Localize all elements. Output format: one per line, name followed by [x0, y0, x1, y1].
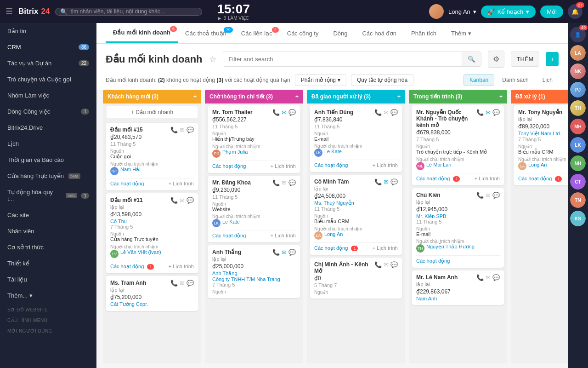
- card-company[interactable]: Mr. Kiên SPB: [416, 213, 500, 219]
- rs-avatar-0[interactable]: LA: [570, 45, 586, 61]
- card-tom-thailer[interactable]: Mr. Tom Thailer 📞 ✉ 💬 ₫556,562,227 11 Th…: [208, 105, 300, 173]
- sidebar-item-workstream[interactable]: Dòng Công việc 1: [0, 104, 96, 120]
- comment-icon[interactable]: 💬: [187, 126, 194, 133]
- card-anh-thang[interactable]: Anh Thắng lặp lại 📞 ✉ 💬 ₫25,000,000 Anh …: [208, 245, 300, 298]
- email-icon[interactable]: ✉: [180, 197, 185, 204]
- activities-button[interactable]: Các hoạt động 1: [518, 176, 562, 182]
- user-info[interactable]: Long An ▾: [448, 8, 476, 15]
- rs-avatar-5[interactable]: LK: [570, 137, 586, 153]
- card-company[interactable]: Ms. Thuý Nguyễn: [314, 200, 398, 206]
- phone-icon[interactable]: 📞: [476, 192, 484, 199]
- rs-avatar-6[interactable]: NH: [570, 155, 586, 171]
- comment-icon[interactable]: 💬: [492, 109, 500, 116]
- sidebar-item-reports[interactable]: Thời gian và Báo cáo: [0, 152, 96, 168]
- comment-icon[interactable]: 💬: [492, 274, 500, 281]
- star-icon[interactable]: ☆: [209, 54, 216, 64]
- sidebar-item-documents[interactable]: Tài liệu: [0, 271, 96, 288]
- phone-icon[interactable]: 📞: [170, 280, 178, 287]
- email-icon[interactable]: ✉: [486, 274, 491, 281]
- rs-avatar-2[interactable]: PJ: [570, 82, 586, 98]
- sidebar-item-drive[interactable]: Bitrix24.Drive: [0, 120, 96, 136]
- card-company-link[interactable]: Anh Thắng: [212, 270, 296, 276]
- tab-deals[interactable]: Các thoả thuận 79: [178, 24, 234, 42]
- card-person[interactable]: Long An: [324, 231, 343, 237]
- phone-icon[interactable]: 📞: [476, 274, 484, 281]
- right-notif-icon[interactable]: 👤 49: [570, 27, 586, 42]
- rs-avatar-8[interactable]: TN: [570, 192, 586, 208]
- card-lead-11[interactable]: Đầu mối #11 lặp lại 📞 ✉ 💬 ₫43,598,000 Cô…: [106, 193, 198, 273]
- kanban-view-btn[interactable]: Kanban: [464, 74, 494, 86]
- comment-icon[interactable]: 💬: [288, 179, 296, 186]
- sidebar-item-sites[interactable]: Các site: [0, 207, 96, 223]
- comment-icon[interactable]: 💬: [187, 197, 194, 204]
- schedule-button[interactable]: + Lịch trình: [169, 264, 194, 270]
- schedule-button[interactable]: + Lịch trình: [373, 245, 398, 251]
- rs-avatar-4[interactable]: MH: [570, 119, 586, 134]
- schedule-button[interactable]: + Lịch trình: [271, 163, 296, 169]
- activities-button[interactable]: Các hoạt động 1: [314, 245, 358, 251]
- phone-icon[interactable]: 📞: [476, 109, 484, 116]
- card-company[interactable]: Cát Tường Copr.: [110, 301, 194, 307]
- comment-icon[interactable]: 💬: [288, 109, 296, 116]
- card-company[interactable]: Cô Thu: [110, 218, 194, 224]
- card-company2-link[interactable]: Công ty TNHH T/M Nha Trang: [212, 276, 296, 282]
- activities-button[interactable]: Các hoạt động: [314, 162, 348, 168]
- card-person[interactable]: Lê Văn Việt (Ivan): [120, 249, 161, 255]
- sidebar-item-calendar[interactable]: Lịch: [0, 136, 96, 152]
- settings-button[interactable]: ⚙: [488, 51, 504, 68]
- add-col-icon[interactable]: +: [397, 93, 401, 100]
- rs-avatar-7[interactable]: CT: [570, 174, 586, 190]
- email-icon[interactable]: ✉: [282, 249, 287, 256]
- tab-stream[interactable]: Dòng: [326, 24, 355, 42]
- search-input[interactable]: [70, 8, 197, 15]
- schedule-button[interactable]: + Lịch trình: [271, 233, 296, 239]
- card-person[interactable]: Long An: [528, 162, 547, 167]
- add-lead-quick-btn[interactable]: + Đầu mối nhanh: [107, 106, 198, 118]
- schedule-button[interactable]: + Lịch trình: [373, 162, 398, 168]
- sidebar-item-ban-tin[interactable]: Bản tin: [0, 23, 96, 39]
- phone-icon[interactable]: 📞: [170, 126, 178, 133]
- card-le-nam-anh[interactable]: Mr. Lê Nam Anh lặp lại 📞 ✉ 💬 ₫229,863,06…: [412, 270, 504, 305]
- sidebar-item-groups[interactable]: Nhóm Làm việc: [0, 87, 96, 104]
- comment-icon[interactable]: 💬: [492, 192, 500, 199]
- comment-icon[interactable]: 💬: [390, 178, 398, 185]
- card-tony-nguyen[interactable]: Mr. Tony Nguyễn lặp lại 📞 ✉ 💬 ₫89,320,00…: [514, 105, 568, 185]
- tab-leads[interactable]: Đầu mối kinh doanh 5: [106, 23, 178, 43]
- expand-button[interactable]: Phần mở rộng ▾: [295, 74, 346, 86]
- phone-icon[interactable]: 📞: [374, 261, 382, 268]
- email-icon[interactable]: ✉: [180, 126, 185, 133]
- activities-button[interactable]: Các hoạt động: [212, 233, 246, 239]
- new-button[interactable]: Mới: [540, 6, 563, 18]
- schedule-button[interactable]: + Lịch trình: [475, 176, 500, 182]
- email-icon[interactable]: ✉: [486, 109, 491, 116]
- card-company[interactable]: Tony Việt Nam Ltd.: [518, 131, 568, 137]
- tab-analytics[interactable]: Phân tích: [404, 24, 444, 42]
- add-col-icon[interactable]: +: [499, 93, 503, 100]
- add-col-icon[interactable]: +: [295, 93, 299, 100]
- email-icon[interactable]: ✉: [384, 261, 389, 268]
- tab-contacts[interactable]: Các liên lạc 2: [234, 24, 280, 42]
- auto-rule-button[interactable]: Quy tắc tự động hóa: [351, 74, 413, 86]
- activities-button[interactable]: Các hoạt động: [110, 181, 144, 187]
- plan-button[interactable]: 🚀 Kế hoạch ▾: [481, 6, 536, 18]
- card-quoc-khanh[interactable]: Mr. Nguyễn Quốc Khánh - Trò chuyện kênh …: [412, 105, 504, 185]
- them-add-button[interactable]: +: [546, 52, 559, 66]
- card-minh-anh[interactable]: Chị Minh Ánh - Kênh Mở 📞 ✉ 💬 ₫0 5 Tháng …: [310, 258, 402, 299]
- phone-icon[interactable]: 📞: [272, 249, 280, 256]
- rs-avatar-9[interactable]: KS: [570, 211, 586, 226]
- email-icon[interactable]: ✉: [282, 179, 287, 186]
- email-icon[interactable]: ✉: [486, 192, 491, 199]
- calendar-view-btn[interactable]: Lịch: [537, 74, 559, 86]
- notification-bell[interactable]: 🔔 27: [568, 4, 582, 19]
- activities-button[interactable]: Các hoạt động 1: [110, 264, 154, 270]
- phone-icon[interactable]: 📞: [374, 109, 382, 116]
- sidebar-item-more[interactable]: Thêm... ▾: [0, 288, 96, 304]
- tab-more[interactable]: Thêm ▾: [444, 24, 479, 42]
- tab-invoices[interactable]: Các hoá đơn: [355, 24, 404, 42]
- phone-icon[interactable]: 📞: [170, 197, 178, 204]
- card-lead-15[interactable]: Đầu mối #15 📞 ✉ 💬 ₫20,483,570 11 Tháng 5…: [106, 123, 198, 190]
- card-person[interactable]: Phạm Julia: [222, 149, 248, 155]
- card-person[interactable]: Lê Mai Lan: [426, 162, 451, 167]
- phone-icon[interactable]: 📞: [374, 178, 382, 185]
- list-view-btn[interactable]: Danh sách: [496, 74, 534, 86]
